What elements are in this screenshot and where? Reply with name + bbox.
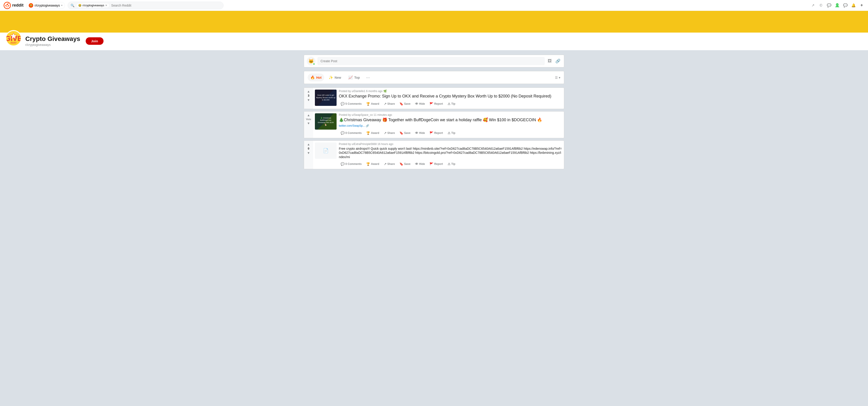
comment-button-1[interactable]: 💬 5 Comments [339, 100, 364, 107]
subreddit-pill[interactable]: 😂 r/cryptogiveaways ▾ [26, 2, 65, 9]
hide-button-2[interactable]: 👁 Hide [413, 130, 427, 136]
subreddit-header: GIVE AWAY Crypto Giveaways r/cryptogivea… [0, 33, 868, 50]
document-icon: 📄 [323, 148, 329, 153]
search-tag-remove[interactable]: ✕ [105, 4, 107, 7]
sort-more-button[interactable]: ··· [364, 74, 372, 81]
image-upload-icon[interactable]: 🖼 [547, 58, 553, 64]
hide-icon-1: 👁 [415, 102, 418, 106]
post-thumbnail-2: 🎄 Christmas BuffDogeCoin Giveaway Win $1… [315, 113, 337, 129]
report-button-3[interactable]: 🚩 Report [428, 161, 445, 167]
alien-icon[interactable] [835, 3, 840, 8]
vote-count-1: 3 [308, 94, 309, 97]
tip-icon-1: ⚠ [447, 102, 451, 106]
comment-button-2[interactable]: 💬 0 Comments [339, 130, 364, 136]
post-title-3[interactable]: Free crypto airdrops!!! Quick quick supp… [339, 147, 562, 159]
post-title-2[interactable]: 🎄Christmas Giveaway 🎁 Together with Buff… [339, 117, 562, 128]
save-icon-1: 🔖 [399, 102, 403, 106]
share-button-1[interactable]: ↗ Share [382, 100, 397, 107]
post-actions-2: 💬 0 Comments 🏆 Award ↗ Share 🔖 [339, 129, 562, 137]
post-title-area-1: Posted by u/Dantello1 6 months ago 🌿 OKX… [339, 90, 562, 108]
post-body-2: 🎄 Christmas BuffDogeCoin Giveaway Win $1… [313, 112, 564, 138]
sort-new-button[interactable]: ✨ New [326, 74, 344, 81]
tip-button-2[interactable]: ⚠ Tip [446, 130, 457, 136]
tip-button-3[interactable]: ⚠ Tip [446, 161, 457, 167]
table-row: ▲ Vote ▼ 🎄 Christmas BuffDogeCoin Giveaw… [304, 111, 564, 138]
downvote-button-1[interactable]: ▼ [307, 98, 310, 102]
save-button-1[interactable]: 🔖 Save [398, 100, 412, 107]
share-button-2[interactable]: ↗ Share [382, 130, 397, 136]
save-button-3[interactable]: 🔖 Save [398, 161, 412, 167]
post-author-3: u/ExtraPrinciple5668 [352, 143, 377, 146]
subreddit-banner [0, 11, 868, 33]
navbar: reddit 😂 r/cryptogiveaways ▾ 🔍 😂 r/crypt… [0, 0, 868, 11]
coins-icon[interactable]: © [818, 3, 824, 8]
search-bar[interactable]: 🔍 😂 r/cryptogiveaways ✕ [68, 2, 223, 9]
create-post-input[interactable] [318, 57, 545, 65]
create-post-icon[interactable]: + [859, 3, 864, 8]
post-time-3: 16 hours ago [377, 143, 393, 146]
comment-icon-1: 💬 [341, 102, 344, 106]
notification-bell-icon[interactable]: 🔔 [851, 3, 856, 8]
share-icon-1: ↗ [384, 102, 386, 106]
hide-button-3[interactable]: 👁 Hide [413, 161, 427, 167]
award-icon-3: 🏆 [366, 162, 370, 166]
upvote-button-2[interactable]: ▲ [307, 113, 310, 117]
search-input[interactable] [111, 4, 221, 7]
link-upload-icon[interactable]: 🔗 [555, 58, 561, 64]
chat-icon[interactable]: 💬 [843, 3, 848, 8]
post-meta-2: Posted by u/SwapSpace_co 11 minutes ago [339, 113, 562, 116]
create-post-icons: 🖼 🔗 [547, 58, 561, 64]
svg-point-1 [4, 2, 10, 8]
share-icon-2: ↗ [384, 131, 386, 135]
reddit-logo[interactable]: reddit [4, 2, 24, 9]
advertise-icon[interactable]: ↗ [810, 3, 815, 8]
subreddit-pill-label: r/cryptogiveaways [35, 4, 60, 7]
view-icon: ☰ [555, 76, 558, 79]
premium-icon[interactable]: 💬 [827, 3, 832, 8]
comment-count-2: 0 Comments [345, 132, 362, 135]
report-icon-3: 🚩 [430, 162, 433, 166]
sort-hot-button[interactable]: 🔥 Hot [308, 74, 324, 81]
subreddit-icon: 😂 [29, 3, 33, 8]
save-icon-3: 🔖 [399, 162, 403, 166]
report-button-2[interactable]: 🚩 Report [428, 130, 445, 136]
post-external-link-2[interactable]: twitter.com/SwapSp... 🔗 [339, 124, 369, 127]
sort-bar: 🔥 Hot ✨ New 📈 Top ··· ☰ ▾ [304, 71, 564, 84]
upvote-button-1[interactable]: ▲ [307, 90, 310, 93]
svg-text:AWAY: AWAY [10, 41, 17, 44]
save-button-2[interactable]: 🔖 Save [398, 130, 412, 136]
report-icon-1: 🚩 [430, 102, 433, 106]
subreddit-title: Crypto Giveaways [25, 35, 80, 42]
post-body-1: Scan QR code to get Mystery Boxes worth … [313, 88, 564, 109]
post-actions-3: 💬 0 Comments 🏆 Award ↗ Share 🔖 [339, 160, 562, 168]
comment-icon-2: 💬 [341, 131, 344, 135]
award-button-3[interactable]: 🏆 Award [364, 161, 381, 167]
upvote-button-3[interactable]: ▲ [307, 143, 310, 146]
sparkle-icon: ✨ [329, 75, 333, 80]
table-row: ▲ 3 ▼ Scan QR code to get Mystery Boxes … [304, 88, 564, 109]
report-icon-2: 🚩 [430, 131, 433, 135]
downvote-button-2[interactable]: ▼ [307, 121, 310, 125]
hide-button-1[interactable]: 👁 Hide [413, 100, 427, 107]
join-button[interactable]: Join [86, 37, 103, 45]
svg-point-3 [8, 5, 9, 6]
tip-button-1[interactable]: ⚠ Tip [446, 100, 457, 107]
subreddit-info: Crypto Giveaways r/cryptogiveaways [25, 35, 80, 47]
post-title-area-3: Posted by u/ExtraPrinciple5668 16 hours … [339, 143, 562, 168]
downvote-button-3[interactable]: ▼ [307, 151, 310, 155]
post-title-1[interactable]: OKX Exchange Promo: Sign Up to OKX and R… [339, 94, 562, 99]
award-button-2[interactable]: 🏆 Award [364, 130, 381, 136]
award-button-1[interactable]: 🏆 Award [364, 100, 381, 107]
sort-top-button[interactable]: 📈 Top [346, 74, 363, 81]
chevron-down-icon: ▾ [61, 4, 62, 6]
report-button-1[interactable]: 🚩 Report [428, 100, 445, 107]
comment-button-3[interactable]: 💬 0 Comments [339, 161, 364, 167]
post-meta-1: Posted by u/Dantello1 6 months ago 🌿 [339, 90, 562, 93]
share-button-3[interactable]: ↗ Share [382, 161, 397, 167]
nav-icons: ↗ © 💬 💬 🔔 + [810, 3, 864, 8]
search-tag-label: r/cryptogiveaways [83, 4, 104, 7]
sort-new-label: New [335, 76, 341, 79]
post-body-3: 📄 Posted by u/ExtraPrinciple5668 16 hour… [313, 141, 564, 169]
view-toggle[interactable]: ☰ ▾ [555, 76, 560, 79]
post-thumbnail-3: 📄 [315, 143, 337, 159]
